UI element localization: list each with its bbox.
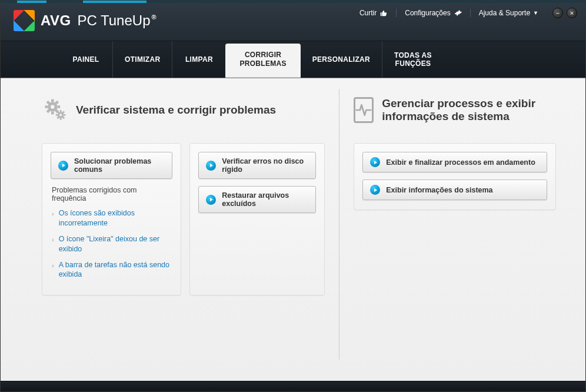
frequent-item-label: O ícone "Lixeira" deixou de ser exibido [59,234,173,254]
help-link[interactable]: Ajuda & Suporte ▼ [479,9,538,17]
svg-line-17 [63,117,64,118]
frequent-item-label: A barra de tarefas não está sendo exibid… [59,260,173,280]
brand-name-2: PC TuneUp [77,12,150,29]
frequent-list: ›Os ícones são exibidos incorretamente ›… [51,208,172,280]
chevron-down-icon: ▼ [533,10,538,16]
section-title-right: Gerenciar processos e exibir informações… [382,97,556,123]
restore-files-label: Restaurar arquivos excluídos [222,191,308,208]
brand: AVG PC TuneUp ® [14,10,157,31]
main-content: Verificar sistema e corrigir problemas S… [1,78,585,381]
frequent-title: Problemas corrigidos com frequência [52,186,172,202]
tab-otimizar[interactable]: OTIMIZAR [113,41,172,78]
play-icon [370,185,380,195]
card-row-left: Solucionar problemas comuns Problemas co… [42,143,325,295]
show-processes-button[interactable]: Exibir e finalizar processos em andament… [362,152,547,172]
vertical-divider [339,89,339,360]
chevron-right-icon: › [52,261,54,270]
main-nav: PAINEL OTIMIZAR LIMPAR CORRIGIR PROBLEMA… [1,41,585,78]
brand-text: AVG PC TuneUp ® [41,12,157,29]
thumbs-up-icon [379,9,388,17]
footer-bar [1,381,585,391]
card-common-problems: Solucionar problemas comuns Problemas co… [42,143,181,295]
tab-corrigir[interactable]: CORRIGIR PROBLEMAS [225,44,300,78]
svg-line-6 [47,101,49,104]
solve-common-label: Solucionar problemas comuns [74,157,165,174]
svg-line-9 [56,101,58,104]
tab-limpar[interactable]: LIMPAR [172,41,225,78]
settings-link[interactable]: Configurações [405,9,461,17]
help-label: Ajuda & Suporte [479,9,530,17]
column-verify-fix: Verificar sistema e corrigir problemas S… [42,91,325,295]
tab-painel[interactable]: PAINEL [59,41,112,78]
separator [470,9,471,17]
check-disk-button[interactable]: Verificar erros no disco rígido [198,152,316,179]
settings-label: Configurações [405,9,450,17]
svg-point-1 [51,105,54,108]
play-icon [206,161,216,171]
solve-common-button[interactable]: Solucionar problemas comuns [51,152,172,179]
pulse-icon [354,97,374,123]
frequent-item-label: Os ícones são exibidos incorretamente [59,208,173,228]
card-disk-restore: Verificar erros no disco rígido Restaura… [189,143,325,295]
check-disk-label: Verificar erros no disco rígido [222,157,308,174]
header-actions: Curtir Configurações Ajuda & Suporte ▼ –… [359,8,577,18]
column-processes: Gerenciar processos e exibir informações… [354,91,556,210]
section-head-right: Gerenciar processos e exibir informações… [354,91,556,129]
svg-line-16 [57,111,58,112]
close-button[interactable]: × [567,8,577,18]
card-processes: Exibir e finalizar processos em andament… [354,143,556,210]
chevron-right-icon: › [52,235,54,244]
header: AVG PC TuneUp ® Curtir Configurações [1,3,585,41]
like-link[interactable]: Curtir [359,9,388,17]
tab-personalizar[interactable]: PERSONALIZAR [301,41,382,78]
svg-line-18 [57,117,58,118]
separator [396,9,397,17]
play-icon [206,195,216,205]
registered-mark: ® [151,14,156,21]
window-controls: – × [552,8,577,18]
frequent-item[interactable]: ›A barra de tarefas não está sendo exibi… [52,260,172,280]
section-head-left: Verificar sistema e corrigir problemas [42,91,325,129]
play-icon [370,157,380,167]
tab-todas[interactable]: TODAS AS FUNÇÕES [382,41,444,78]
svg-line-8 [47,110,49,112]
show-processes-label: Exibir e finalizar processos em andament… [386,158,535,167]
gears-icon [42,97,68,123]
minimize-button[interactable]: – [552,8,563,18]
section-title-left: Verificar sistema e corrigir problemas [76,104,276,117]
frequent-item[interactable]: ›Os ícones são exibidos incorretamente [52,208,172,228]
play-icon [58,161,68,171]
system-info-button[interactable]: Exibir informações do sistema [362,180,547,200]
app-window: AVG PC TuneUp ® Curtir Configurações [0,0,586,392]
like-label: Curtir [359,9,377,17]
avg-logo-icon [14,10,35,31]
brand-name-1: AVG [41,12,71,29]
gear-icon [454,9,462,17]
chevron-right-icon: › [52,210,54,218]
svg-line-19 [63,111,64,112]
system-info-label: Exibir informações do sistema [386,186,492,194]
frequent-item[interactable]: ›O ícone "Lixeira" deixou de ser exibido [52,234,172,254]
svg-point-11 [59,114,62,116]
restore-files-button[interactable]: Restaurar arquivos excluídos [198,186,316,213]
